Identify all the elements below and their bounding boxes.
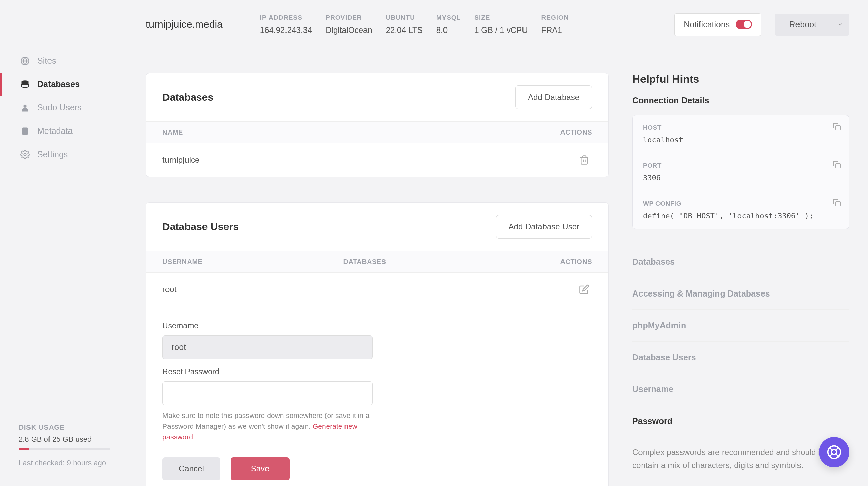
globe-icon — [20, 56, 30, 66]
stat-ubuntu: UBUNTU 22.04 LTS — [386, 14, 423, 35]
reboot-group: Reboot — [775, 14, 849, 36]
hints-password-text: Complex passwords are recommended and sh… — [632, 446, 849, 472]
col-databases: DATABASES — [343, 258, 525, 266]
hints-link-databases[interactable]: Databases — [632, 246, 849, 278]
username-label: Username — [162, 321, 592, 330]
svg-point-9 — [832, 450, 837, 455]
edit-user-button[interactable] — [576, 282, 592, 297]
topbar: turnipjuice.media IP ADDRESS 164.92.243.… — [129, 0, 868, 49]
stat-mysql: MYSQL 8.0 — [436, 14, 461, 35]
stat-provider: PROVIDER DigitalOcean — [326, 14, 372, 35]
sidebar-item-databases[interactable]: Databases — [0, 73, 129, 96]
table-row: turnipjuice — [146, 143, 608, 177]
info-host: HOST localhost — [633, 115, 849, 153]
sidebar: Sites Databases Sudo Users Metadata — [0, 0, 129, 486]
user-icon — [20, 103, 30, 113]
sidebar-item-settings[interactable]: Settings — [0, 143, 129, 166]
hints-link-password[interactable]: Password — [632, 405, 849, 437]
sidebar-item-label: Sites — [37, 56, 56, 66]
lifebuoy-icon — [827, 445, 842, 460]
svg-rect-7 — [836, 202, 840, 206]
svg-rect-3 — [22, 127, 28, 135]
col-name: NAME — [162, 128, 183, 136]
edit-icon — [579, 284, 589, 295]
notifications-toggle[interactable]: Notifications — [674, 13, 761, 36]
copy-icon — [833, 161, 841, 169]
connection-info-box: HOST localhost PORT 3306 W — [632, 115, 849, 229]
copy-port-button[interactable] — [833, 161, 841, 169]
save-button[interactable]: Save — [231, 457, 290, 480]
edit-user-form: Username Reset Password Make sure to not… — [146, 306, 608, 486]
sidebar-item-label: Databases — [37, 79, 80, 89]
copy-wpconfig-button[interactable] — [833, 199, 841, 207]
disk-usage-progress — [19, 448, 110, 450]
sidebar-item-metadata[interactable]: Metadata — [0, 119, 129, 143]
hints-title: Helpful Hints — [632, 73, 849, 85]
copy-host-button[interactable] — [833, 123, 841, 131]
database-users-card: Database Users Add Database User USERNAM… — [146, 202, 609, 486]
databases-table-head: NAME ACTIONS — [146, 121, 608, 143]
cancel-button[interactable]: Cancel — [162, 457, 220, 480]
sidebar-item-label: Sudo Users — [37, 103, 82, 113]
notifications-label: Notifications — [684, 20, 730, 29]
info-port: PORT 3306 — [633, 153, 849, 191]
svg-rect-5 — [836, 126, 840, 130]
hints-link-phpmyadmin[interactable]: phpMyAdmin — [632, 310, 849, 342]
copy-icon — [833, 123, 841, 131]
password-hint: Make sure to note this password down som… — [162, 410, 373, 442]
site-title: turnipjuice.media — [146, 19, 223, 30]
add-database-user-button[interactable]: Add Database User — [496, 215, 592, 239]
sidebar-item-label: Metadata — [37, 126, 73, 136]
user-username: root — [162, 285, 343, 294]
reset-password-input[interactable] — [162, 381, 373, 405]
disk-usage-label: DISK USAGE — [19, 423, 110, 431]
database-users-table-head: USERNAME DATABASES ACTIONS — [146, 251, 608, 273]
database-users-title: Database Users — [162, 221, 239, 232]
hints-link-dbusers[interactable]: Database Users — [632, 342, 849, 373]
stat-ip: IP ADDRESS 164.92.243.34 — [260, 14, 312, 35]
reset-password-label: Reset Password — [162, 367, 592, 377]
sidebar-item-sudo-users[interactable]: Sudo Users — [0, 96, 129, 119]
col-actions: ACTIONS — [524, 258, 592, 266]
col-actions: ACTIONS — [560, 128, 592, 136]
gear-icon — [20, 150, 30, 159]
hints-link-accessing[interactable]: Accessing & Managing Databases — [632, 278, 849, 310]
sidebar-nav: Sites Databases Sudo Users Metadata — [0, 49, 129, 423]
database-name: turnipjuice — [162, 155, 199, 165]
col-username: USERNAME — [162, 258, 343, 266]
svg-point-2 — [23, 104, 26, 107]
svg-point-4 — [24, 153, 26, 156]
hints-link-username[interactable]: Username — [632, 373, 849, 405]
connection-details-title: Connection Details — [632, 96, 849, 105]
chevron-down-icon — [837, 21, 843, 27]
copy-icon — [833, 199, 841, 207]
stat-size: SIZE 1 GB / 1 vCPU — [474, 14, 528, 35]
databases-title: Databases — [162, 92, 213, 103]
table-row: root — [146, 273, 608, 306]
trash-icon — [579, 155, 589, 165]
sidebar-item-sites[interactable]: Sites — [0, 49, 129, 73]
toggle-on-icon — [736, 20, 752, 29]
info-wpconfig: WP CONFIG define( 'DB_HOST', 'localhost:… — [633, 191, 849, 229]
reboot-button[interactable]: Reboot — [775, 14, 831, 36]
reboot-dropdown-button[interactable] — [831, 14, 849, 36]
database-icon — [20, 80, 30, 89]
stat-region: REGION FRA1 — [541, 14, 569, 35]
sidebar-item-label: Settings — [37, 149, 68, 159]
add-database-button[interactable]: Add Database — [515, 85, 592, 109]
delete-database-button[interactable] — [576, 152, 592, 168]
hints-link-list: Databases Accessing & Managing Databases… — [632, 246, 849, 437]
databases-card: Databases Add Database NAME ACTIONS turn… — [146, 73, 609, 177]
username-input[interactable] — [162, 335, 373, 359]
main: turnipjuice.media IP ADDRESS 164.92.243.… — [129, 0, 868, 486]
file-icon — [20, 126, 30, 136]
svg-rect-6 — [836, 164, 840, 168]
disk-usage: DISK USAGE 2.8 GB of 25 GB used Last che… — [0, 423, 129, 486]
disk-usage-text: 2.8 GB of 25 GB used — [19, 435, 110, 444]
helpful-hints: Helpful Hints Connection Details HOST lo… — [632, 73, 849, 472]
disk-usage-last-checked: Last checked: 9 hours ago — [19, 459, 110, 467]
help-fab[interactable] — [819, 437, 849, 467]
